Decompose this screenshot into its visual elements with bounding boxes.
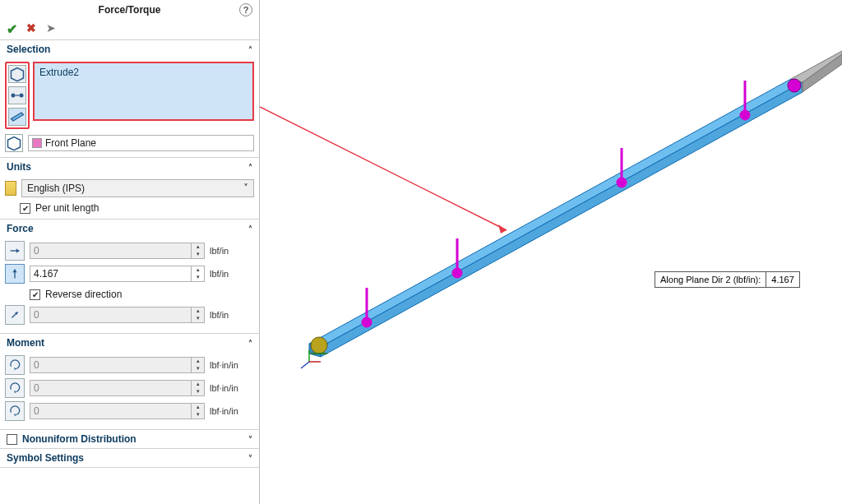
filter-beam-icon[interactable] xyxy=(8,108,26,126)
svg-marker-13 xyxy=(14,391,16,394)
force-dir1-value[interactable] xyxy=(30,245,191,257)
chevron-up-icon: ˄ xyxy=(248,339,252,348)
section-selection: Selection ˄ xyxy=(0,40,259,158)
section-header-selection[interactable]: Selection ˄ xyxy=(0,40,259,58)
chevron-down-icon: ˅ xyxy=(243,183,248,194)
section-force: Force ˄ ▴▾ lbf/in xyxy=(0,220,259,334)
beam-body xyxy=(309,79,803,357)
section-nonuniform: Nonuniform Distribution ˅ xyxy=(0,430,259,449)
unit-label: lbf·in/in xyxy=(210,406,254,416)
pin-icon[interactable]: ➤ xyxy=(46,21,59,35)
per-unit-length-checkbox[interactable]: ✔ Per unit length xyxy=(5,202,254,214)
unit-label: lbf/in xyxy=(210,246,254,256)
checkbox-icon: ✔ xyxy=(20,203,30,214)
svg-marker-5 xyxy=(8,137,21,150)
section-title: Symbol Settings xyxy=(7,452,84,464)
section-units: Units ˄ English (IPS) ˅ ✔ Per unit lengt… xyxy=(0,158,259,220)
svg-marker-17 xyxy=(309,79,803,347)
svg-marker-7 xyxy=(16,248,20,252)
chevron-up-icon: ˄ xyxy=(248,163,252,172)
unit-label: lbf·in/in xyxy=(210,383,254,393)
units-select[interactable]: English (IPS) ˅ xyxy=(21,179,254,197)
unit-label: lbf/in xyxy=(210,310,254,320)
force-dir2-value[interactable] xyxy=(30,268,191,280)
chevron-down-icon: ˅ xyxy=(248,454,252,463)
checkbox-icon: ✔ xyxy=(30,289,40,300)
force-normal-value[interactable] xyxy=(30,309,191,321)
filter-joint-icon[interactable] xyxy=(8,86,26,104)
spin-buttons[interactable]: ▴▾ xyxy=(191,243,204,258)
force-dir2-icon[interactable] xyxy=(5,264,25,284)
help-icon[interactable]: ? xyxy=(239,3,252,16)
section-header-force[interactable]: Force ˄ xyxy=(0,220,259,238)
panel-actions: ✔ ✖ ➤ xyxy=(0,20,259,40)
svg-marker-9 xyxy=(12,270,16,273)
svg-line-15 xyxy=(260,107,507,230)
force-dir1-input[interactable]: ▴▾ xyxy=(30,243,205,259)
joint-fixed-icon xyxy=(311,337,327,354)
reference-geometry-icon[interactable] xyxy=(5,134,23,152)
force-dir2-input[interactable]: ▴▾ xyxy=(30,266,205,282)
section-title: Nonuniform Distribution xyxy=(22,433,136,445)
force-callout[interactable]: Along Plane Dir 2 (lbf/in): 4.167 xyxy=(655,271,800,288)
svg-marker-4 xyxy=(12,113,24,121)
callout-value[interactable]: 4.167 xyxy=(766,272,799,287)
graphics-viewport[interactable]: Along Plane Dir 2 (lbf/in): 4.167 xyxy=(260,0,842,504)
svg-point-1 xyxy=(12,94,16,98)
checkbox-icon[interactable] xyxy=(7,434,17,445)
chevron-up-icon: ˄ xyxy=(248,224,252,234)
section-header-nonuniform[interactable]: Nonuniform Distribution ˅ xyxy=(0,430,259,448)
svg-marker-18 xyxy=(321,82,803,357)
svg-point-28 xyxy=(618,178,626,187)
plane-color-swatch xyxy=(32,138,42,148)
reference-plane-value: Front Plane xyxy=(45,137,96,149)
cancel-button[interactable]: ✖ xyxy=(26,21,39,35)
section-title: Moment xyxy=(7,337,44,349)
joint-icon xyxy=(788,79,801,92)
units-value: English (IPS) xyxy=(27,183,85,194)
section-header-symbol[interactable]: Symbol Settings ˅ xyxy=(0,449,259,467)
moment-dir3-input[interactable]: ▴▾ xyxy=(30,403,205,419)
selection-filter-toolbar xyxy=(5,62,30,129)
section-header-moment[interactable]: Moment ˄ xyxy=(0,334,259,352)
spin-buttons[interactable]: ▴▾ xyxy=(191,307,204,322)
svg-point-2 xyxy=(20,94,24,98)
moment-dir3-icon[interactable] xyxy=(5,401,25,421)
chevron-up-icon: ˄ xyxy=(248,45,252,54)
unit-label: lbf/in xyxy=(210,269,254,279)
ok-button[interactable]: ✔ xyxy=(7,21,20,35)
reference-plane-input[interactable]: Front Plane xyxy=(28,135,254,151)
ruler-icon xyxy=(5,181,16,196)
section-title: Force xyxy=(7,223,34,234)
moment-dir1-input[interactable]: ▴▾ xyxy=(30,357,205,373)
chevron-down-icon: ˅ xyxy=(248,435,252,444)
section-header-units[interactable]: Units ˄ xyxy=(0,158,259,176)
spin-buttons[interactable]: ▴▾ xyxy=(191,266,204,281)
svg-line-33 xyxy=(301,362,309,368)
per-unit-length-label: Per unit length xyxy=(35,202,99,214)
svg-point-26 xyxy=(453,269,461,277)
reverse-direction-checkbox[interactable]: ✔ Reverse direction xyxy=(5,289,254,300)
moment-dir1-icon[interactable] xyxy=(5,355,25,375)
selection-list[interactable]: Extrude2 xyxy=(33,62,254,121)
force-normal-input[interactable]: ▴▾ xyxy=(30,307,205,323)
force-dir1-icon[interactable] xyxy=(5,241,25,261)
scene-svg xyxy=(260,0,842,504)
callout-label: Along Plane Dir 2 (lbf/in): xyxy=(655,272,766,287)
selection-item[interactable]: Extrude2 xyxy=(39,67,248,78)
force-normal-icon[interactable] xyxy=(5,305,25,325)
section-title: Units xyxy=(7,161,31,173)
moment-dir2-input[interactable]: ▴▾ xyxy=(30,380,205,396)
moment-dir2-icon[interactable] xyxy=(5,378,25,398)
svg-marker-12 xyxy=(14,368,16,371)
svg-marker-0 xyxy=(12,68,24,81)
svg-marker-14 xyxy=(14,414,16,417)
svg-point-30 xyxy=(741,111,749,119)
panel-header: Force/Torque ? xyxy=(0,0,259,20)
section-symbol: Symbol Settings ˅ xyxy=(0,449,259,468)
filter-face-icon[interactable] xyxy=(8,65,26,83)
property-panel: Force/Torque ? ✔ ✖ ➤ Selection ˄ xyxy=(0,0,260,504)
svg-point-24 xyxy=(363,318,371,326)
reverse-direction-label: Reverse direction xyxy=(45,289,122,300)
panel-title: Force/Torque xyxy=(99,4,161,16)
